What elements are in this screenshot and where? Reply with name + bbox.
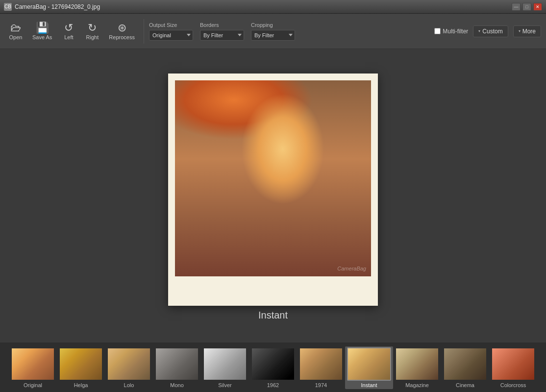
open-button[interactable]: 🗁 Open	[5, 21, 26, 42]
film-label-original: Original	[24, 382, 42, 388]
film-label-colorcross: Colorcross	[500, 382, 526, 388]
output-size-select[interactable]: Original	[149, 30, 193, 41]
right-label: Right	[86, 34, 99, 40]
film-thumb-inner-helga	[60, 348, 102, 380]
left-label: Left	[64, 34, 73, 40]
output-size-label: Output Size	[149, 22, 177, 28]
photo-image: CameraBag	[175, 80, 371, 276]
extra-controls: Multi-filter ▾ Custom ▾ More	[434, 25, 541, 37]
main-area: CameraBag Instant OriginalHelgaLoloMonoS…	[0, 49, 546, 392]
film-thumb-inner-cinema	[444, 348, 486, 380]
open-icon: 🗁	[10, 23, 21, 33]
film-thumb-instant	[347, 347, 391, 381]
film-thumb-inner-mono	[156, 348, 198, 380]
titlebar: CB CameraBag - 1276942082_0.jpg — □ ✕	[0, 0, 546, 14]
app-icon: CB	[4, 3, 12, 11]
film-thumb-inner-instant	[348, 348, 390, 380]
film-label-silver: Silver	[218, 382, 232, 388]
separator-1	[144, 19, 144, 44]
film-item-cinema[interactable]: Cinema	[441, 346, 489, 389]
film-item-silver[interactable]: Silver	[201, 346, 249, 389]
open-label: Open	[9, 34, 23, 40]
film-label-magazine: Magazine	[405, 382, 429, 388]
custom-label: Custom	[482, 28, 502, 35]
film-thumb-original	[11, 347, 55, 381]
film-thumb-inner-magazine	[396, 348, 438, 380]
film-thumb-lolo	[107, 347, 151, 381]
film-thumb-colorcross	[491, 347, 535, 381]
film-label-cinema: Cinema	[456, 382, 474, 388]
polaroid-frame: CameraBag	[168, 74, 378, 306]
film-thumb-inner-colorcross	[492, 348, 534, 380]
film-item-1962[interactable]: 1962	[249, 346, 297, 389]
more-label: More	[522, 28, 536, 35]
rotate-left-button[interactable]: ↺ Left	[58, 21, 79, 42]
film-item-original[interactable]: Original	[9, 346, 57, 389]
output-size-group: Output Size Original	[149, 22, 193, 41]
borders-group: Borders By Filter	[200, 22, 244, 41]
custom-arrow-icon: ▾	[478, 29, 480, 33]
save-as-button[interactable]: 💾 Save As	[28, 21, 56, 42]
save-icon: 💾	[36, 23, 49, 33]
film-thumb-silver	[203, 347, 247, 381]
maximize-button[interactable]: □	[522, 3, 531, 11]
multifilter-label[interactable]: Multi-filter	[434, 28, 468, 35]
photo-area: CameraBag Instant	[168, 49, 378, 343]
reprocess-button[interactable]: ⊛ Reprocess	[105, 21, 139, 42]
film-item-helga[interactable]: Helga	[57, 346, 105, 389]
close-button[interactable]: ✕	[533, 3, 542, 11]
multifilter-checkbox[interactable]	[434, 28, 441, 34]
film-item-lolo[interactable]: Lolo	[105, 346, 153, 389]
borders-label: Borders	[200, 22, 219, 28]
borders-select[interactable]: By Filter	[200, 30, 244, 41]
custom-dropdown[interactable]: ▾ Custom	[473, 25, 508, 37]
film-item-colorcross[interactable]: Colorcross	[489, 346, 537, 389]
rotate-left-icon: ↺	[64, 23, 73, 33]
film-item-mono[interactable]: Mono	[153, 346, 201, 389]
cropping-label: Cropping	[251, 22, 273, 28]
film-label-lolo: Lolo	[124, 382, 134, 388]
film-label-mono: Mono	[170, 382, 184, 388]
window-controls: — □ ✕	[512, 3, 542, 11]
film-item-instant[interactable]: Instant	[345, 346, 393, 389]
film-thumb-1962	[251, 347, 295, 381]
film-thumb-inner-1974	[300, 348, 342, 380]
film-label-instant: Instant	[361, 382, 377, 388]
film-thumb-mono	[155, 347, 199, 381]
window-title: CameraBag - 1276942082_0.jpg	[15, 3, 512, 10]
cropping-group: Cropping By Filter	[251, 22, 295, 41]
film-item-1974[interactable]: 1974	[297, 346, 345, 389]
film-label-1962: 1962	[267, 382, 279, 388]
filmstrip: OriginalHelgaLoloMonoSilver19621974Insta…	[0, 343, 546, 392]
toolbar: 🗁 Open 💾 Save As ↺ Left ↻ Right ⊛ Reproc…	[0, 14, 546, 49]
reprocess-label: Reprocess	[109, 34, 135, 40]
rotate-right-button[interactable]: ↻ Right	[81, 21, 103, 42]
film-label-helga: Helga	[74, 382, 88, 388]
film-thumb-inner-original	[12, 348, 54, 380]
film-thumb-cinema	[443, 347, 487, 381]
active-filter-name: Instant	[258, 310, 288, 321]
cropping-select[interactable]: By Filter	[251, 30, 295, 41]
film-thumb-helga	[59, 347, 103, 381]
save-as-label: Save As	[32, 34, 52, 40]
film-item-magazine[interactable]: Magazine	[393, 346, 441, 389]
film-thumb-inner-1962	[252, 348, 294, 380]
film-thumb-inner-lolo	[108, 348, 150, 380]
rotate-right-icon: ↻	[88, 23, 97, 33]
minimize-button[interactable]: —	[512, 3, 521, 11]
film-thumb-1974	[299, 347, 343, 381]
film-thumb-inner-silver	[204, 348, 246, 380]
reprocess-icon: ⊛	[118, 23, 126, 33]
film-thumb-magazine	[395, 347, 439, 381]
more-dropdown[interactable]: ▾ More	[513, 25, 541, 37]
watermark: CameraBag	[337, 266, 366, 271]
more-arrow-icon: ▾	[519, 29, 521, 33]
film-label-1974: 1974	[315, 382, 327, 388]
